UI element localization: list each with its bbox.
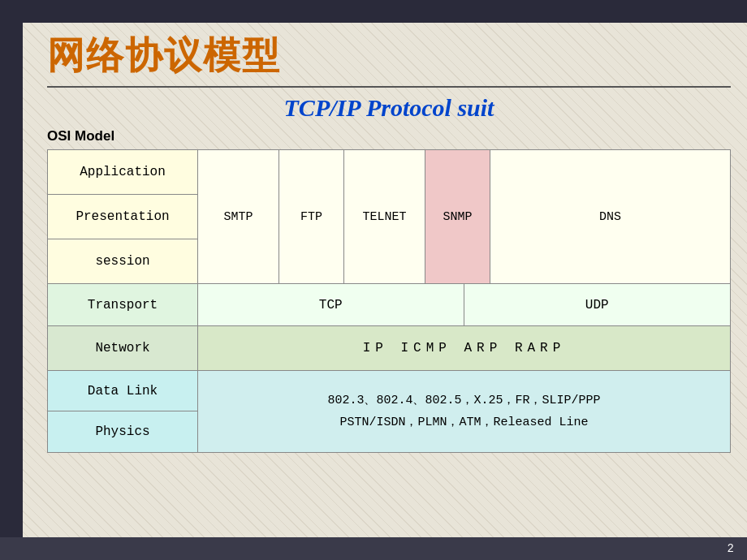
top-strip (0, 0, 747, 23)
osi-physics: Physics (48, 411, 197, 452)
title-divider (47, 86, 731, 88)
proto-snmp: SNMP (425, 150, 490, 283)
datalink-line1: 802.3、802.4、802.5，X.25，FR，SLIP/PPP (327, 390, 600, 411)
content-area: 网络协议模型 TCP/IP Protocol suit OSI Model Ap… (23, 23, 747, 537)
osi-network: Network (48, 326, 197, 371)
left-strip (0, 0, 23, 560)
diagram: Application Presentation session Transpo… (47, 149, 731, 453)
app-row: SMTP FTP TELNET SNMP DNS (198, 150, 730, 284)
osi-column: Application Presentation session Transpo… (48, 150, 198, 452)
proto-ftp: FTP (279, 150, 344, 283)
osi-transport: Transport (48, 284, 197, 326)
page-title: 网络协议模型 (47, 31, 731, 81)
osi-datalink: Data Link (48, 371, 197, 411)
datalink-line2: PSTN/ISDN，PLMN，ATM，Released Line (339, 411, 588, 433)
osi-presentation: Presentation (48, 195, 197, 239)
tcpip-column: SMTP FTP TELNET SNMP DNS TCP UDP IP ICMP… (198, 150, 730, 452)
osi-label: OSI Model (47, 128, 731, 144)
network-row: IP ICMP ARP RARP (198, 326, 730, 371)
slide-number: 2 (728, 542, 734, 555)
bottom-strip: 2 (0, 537, 747, 560)
proto-udp: UDP (464, 284, 731, 325)
proto-smtp: SMTP (198, 150, 279, 283)
proto-tcp: TCP (198, 284, 464, 325)
network-protos: IP ICMP ARP RARP (363, 341, 566, 355)
proto-dns: DNS (490, 150, 730, 283)
osi-session: session (48, 239, 197, 284)
proto-telnet: TELNET (344, 150, 425, 283)
transport-row: TCP UDP (198, 284, 730, 326)
datalink-row: 802.3、802.4、802.5，X.25，FR，SLIP/PPP PSTN/… (198, 371, 730, 452)
osi-application: Application (48, 150, 197, 195)
slide: 2 网络协议模型 TCP/IP Protocol suit OSI Model … (0, 0, 747, 560)
tcpip-heading: TCP/IP Protocol suit (47, 94, 731, 122)
